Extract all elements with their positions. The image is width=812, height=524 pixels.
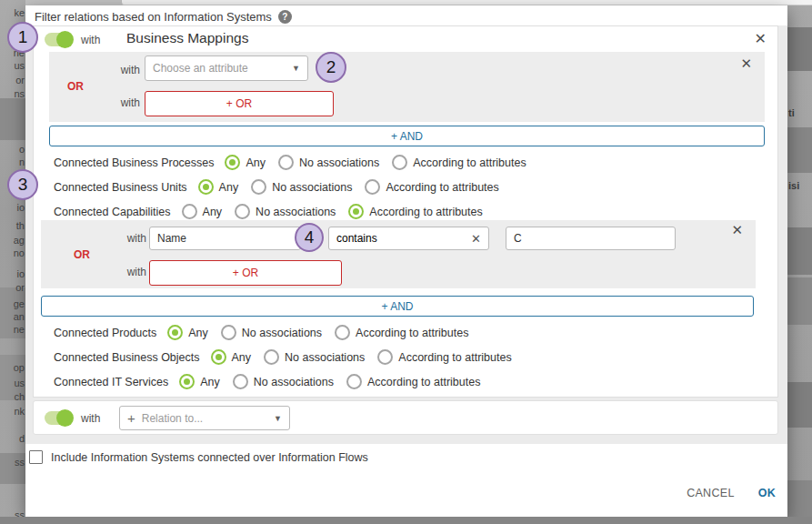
attribute-value-field[interactable]: C	[506, 227, 676, 250]
radio-option-label[interactable]: According to attributes	[413, 156, 526, 169]
background-text-fragment: ch	[14, 391, 25, 402]
connected-element-row: Connected Business ProcessesAnyNo associ…	[34, 150, 777, 175]
radio-any[interactable]	[225, 155, 240, 170]
background-text-fragment: d	[19, 433, 25, 444]
radio-option-label[interactable]: Any	[232, 351, 252, 364]
operator-select[interactable]: contains ✕	[328, 227, 489, 250]
radio-any[interactable]	[167, 325, 183, 340]
add-relation-card: with + Relation to... ▼	[33, 400, 778, 435]
background-text-fragment: no	[14, 247, 25, 258]
radio-no-associations[interactable]	[278, 155, 294, 170]
radio-option-label[interactable]: According to attributes	[386, 181, 498, 194]
dialog-header: Filter relations based on Information Sy…	[35, 10, 292, 24]
relation-toggle[interactable]	[45, 411, 72, 425]
radio-according-to-attributes[interactable]	[365, 179, 380, 195]
radio-row-label: Connected Business Processes	[54, 156, 214, 169]
background-patch	[787, 27, 812, 71]
background-left-strip: keluneusornsonioiothagnoioorgeanneopusch…	[0, 0, 25, 524]
relation-to-placeholder: Relation to...	[142, 412, 203, 425]
radio-any[interactable]	[179, 374, 195, 389]
radio-option-label[interactable]: No associations	[285, 351, 365, 364]
connected-element-row: Connected IT ServicesAnyNo associationsA…	[34, 369, 777, 394]
background-right-strip: tiisi	[787, 0, 812, 524]
radio-option-label[interactable]: According to attributes	[367, 376, 480, 388]
ok-button[interactable]: OK	[758, 487, 776, 499]
radio-no-associations[interactable]	[233, 374, 248, 389]
background-text-fragment: us	[14, 378, 25, 388]
with-label: with	[94, 232, 146, 245]
relation-title: Business Mappings	[126, 30, 248, 46]
attribute-name-value: Name	[157, 232, 186, 245]
connected-elements-bottom-group: Connected ProductsAnyNo associationsAcco…	[34, 320, 777, 394]
background-text-fragment: or	[15, 75, 25, 86]
add-and-button[interactable]: + AND	[41, 296, 754, 317]
close-icon[interactable]: ✕	[755, 32, 767, 46]
add-and-button[interactable]: + AND	[49, 126, 765, 146]
or-label: OR	[74, 248, 90, 261]
background-text-fragment: ag	[14, 235, 25, 246]
radio-no-associations[interactable]	[235, 204, 250, 219]
radio-option-label[interactable]: According to attributes	[398, 351, 511, 364]
background-patch	[787, 277, 812, 325]
background-patch	[787, 480, 812, 517]
dialog-footer: CANCEL OK	[687, 487, 776, 499]
radio-any[interactable]	[198, 179, 214, 195]
attribute-value-text: C	[514, 232, 522, 245]
clear-operator-icon[interactable]: ✕	[471, 232, 481, 246]
filter-relations-dialog: Filter relations based on Information Sy…	[25, 5, 787, 517]
attribute-select-placeholder: Choose an attribute	[153, 62, 248, 75]
radio-row-label: Connected Business Objects	[54, 351, 200, 364]
radio-option-label[interactable]: Any	[246, 156, 266, 169]
radio-option-label[interactable]: Any	[188, 327, 208, 339]
cancel-button[interactable]: CANCEL	[687, 487, 735, 499]
radio-option-label[interactable]: No associations	[242, 327, 322, 339]
radio-no-associations[interactable]	[264, 349, 279, 365]
radio-any[interactable]	[182, 204, 197, 219]
remove-group-icon[interactable]: ✕	[731, 223, 743, 237]
background-text-fragment: or	[15, 282, 25, 293]
radio-any[interactable]	[211, 349, 226, 365]
background-patch	[787, 127, 812, 173]
radio-option-label[interactable]: Any	[219, 181, 239, 194]
background-text-fragment: io	[16, 202, 25, 213]
plus-icon: +	[127, 410, 135, 426]
background-patch	[0, 98, 25, 140]
attribute-select[interactable]: Choose an attribute ▼	[145, 55, 308, 81]
help-icon[interactable]: ?	[278, 10, 292, 24]
attribute-name-field[interactable]: Name	[149, 227, 301, 250]
radio-according-to-attributes[interactable]	[335, 325, 350, 340]
radio-option-label[interactable]: No associations	[299, 156, 379, 169]
radio-option-label[interactable]: No associations	[256, 206, 336, 218]
connected-elements-top-group: Connected Business ProcessesAnyNo associ…	[34, 150, 777, 224]
background-text-fragment: io	[16, 268, 25, 279]
radio-option-label[interactable]: No associations	[254, 376, 334, 388]
with-label: with	[85, 64, 140, 76]
radio-according-to-attributes[interactable]	[348, 204, 364, 219]
business-mappings-toggle[interactable]	[45, 33, 72, 46]
radio-option-label[interactable]: According to attributes	[356, 327, 468, 339]
radio-option-label[interactable]: Any	[200, 376, 220, 388]
radio-no-associations[interactable]	[251, 179, 266, 195]
radio-option-label[interactable]: No associations	[272, 181, 352, 194]
radio-according-to-attributes[interactable]	[392, 155, 407, 170]
with-label: with	[94, 266, 146, 278]
relation-to-select[interactable]: + Relation to... ▼	[119, 406, 290, 430]
with-label: with	[81, 412, 100, 425]
remove-group-icon[interactable]: ✕	[740, 56, 752, 71]
background-text-fragment: isi	[788, 180, 799, 191]
radio-no-associations[interactable]	[221, 325, 236, 340]
radio-according-to-attributes[interactable]	[377, 349, 393, 365]
background-text-fragment: ge	[14, 298, 25, 309]
include-flows-label[interactable]: Include Information Systems connected ov…	[51, 451, 368, 464]
include-flows-row: Include Information Systems connected ov…	[29, 450, 368, 464]
radio-option-label[interactable]: Any	[203, 206, 223, 218]
include-flows-checkbox[interactable]	[29, 450, 43, 464]
with-label: with	[81, 34, 100, 46]
radio-option-label[interactable]: According to attributes	[369, 206, 482, 218]
add-or-button[interactable]: + OR	[149, 260, 342, 286]
add-or-button[interactable]: + OR	[145, 91, 334, 116]
radio-according-to-attributes[interactable]	[346, 374, 362, 389]
background-text-fragment: ne	[14, 324, 25, 335]
background-text-fragment: ns	[14, 88, 25, 99]
background-text-fragment: n	[19, 156, 25, 167]
